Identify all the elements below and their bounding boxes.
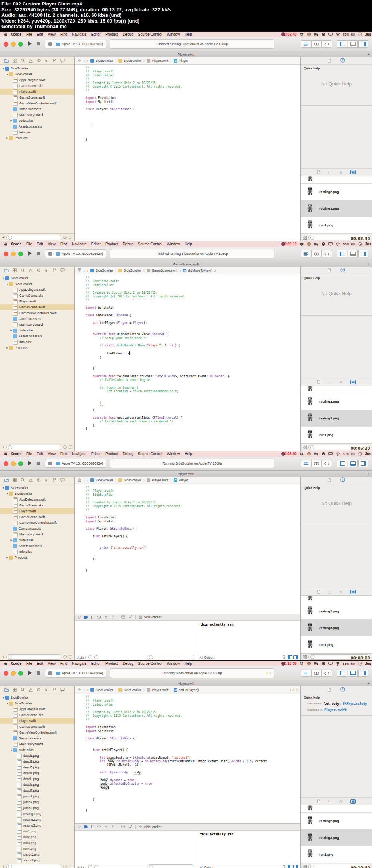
info-icon[interactable] (94, 655, 98, 659)
media-item-partial[interactable] (301, 176, 372, 184)
related-items-icon[interactable] (78, 268, 81, 273)
minimize-window-button[interactable] (11, 671, 16, 676)
file-tree-row[interactable]: ▶Products (0, 345, 74, 351)
menu-item-editor[interactable]: Editor (91, 662, 101, 666)
file-tree-row[interactable]: Main.storyboard (0, 112, 74, 118)
step-into-button[interactable] (105, 615, 108, 619)
menu-item-navigate[interactable]: Navigate (72, 242, 86, 246)
symbol-navigator-icon[interactable] (13, 57, 17, 64)
clear-console-button[interactable] (282, 655, 286, 660)
back-button[interactable]: ‹ (84, 59, 85, 63)
disclosure-open-icon[interactable]: ▼ (5, 283, 9, 285)
toggle-variables-view-button[interactable] (288, 655, 292, 659)
new-tab-button[interactable]: + (368, 472, 370, 476)
debug-navigator-icon[interactable] (45, 267, 49, 274)
file-tree-row[interactable]: ▼SideScroller (0, 275, 74, 281)
breakpoint-navigator-icon[interactable] (53, 477, 56, 483)
view-debugger-button[interactable] (121, 825, 125, 829)
active-tab-title[interactable]: GameScene.swift (173, 262, 199, 266)
stop-button[interactable] (37, 461, 40, 466)
toggle-utilities-button[interactable] (358, 670, 368, 677)
disclosure-closed-icon[interactable]: ▶ (9, 539, 13, 542)
menu-item-edit[interactable]: Edit (37, 242, 43, 246)
source-control-filter-icon[interactable] (69, 444, 72, 450)
back-button[interactable]: ‹ (84, 269, 85, 273)
file-tree-row[interactable]: Main.storyboard (0, 531, 74, 537)
code-editor[interactable]: //// Player.swift// SideScroller//// Cre… (75, 484, 300, 614)
object-library-icon[interactable]: ◎ (340, 170, 343, 174)
step-out-button[interactable] (111, 825, 114, 829)
file-tree-row[interactable]: ▼SideScroller (0, 491, 74, 497)
file-tree-row[interactable]: GameViewController.swift (0, 100, 74, 106)
navigator-filter-field[interactable] (6, 445, 61, 450)
media-item[interactable]: resting2.png (301, 603, 372, 620)
issue-navigator-icon[interactable] (29, 57, 33, 64)
breakpoint-navigator-icon[interactable] (53, 687, 56, 693)
file-tree-row[interactable]: AppDelegate.swift (0, 77, 74, 83)
add-file-button[interactable]: + (2, 864, 4, 868)
menu-item-navigate[interactable]: Navigate (72, 452, 86, 456)
disclosure-closed-icon[interactable]: ▶ (9, 329, 13, 332)
file-tree-row[interactable]: Info.plist (0, 129, 74, 135)
media-item[interactable]: resting2.png (301, 184, 372, 200)
clear-console-button[interactable] (282, 865, 286, 868)
previous-issue-button[interactable]: 〈 (290, 688, 291, 692)
disclosure-open-icon[interactable]: ▼ (5, 493, 9, 495)
find-navigator-icon[interactable] (21, 57, 25, 64)
object-library-icon[interactable]: ◎ (340, 590, 343, 594)
media-item[interactable]: run1.png (301, 846, 372, 863)
console-scope-selector[interactable]: All Output ↕ (200, 656, 216, 659)
file-tree-row[interactable]: Game.xcassets (0, 316, 74, 322)
run-button[interactable] (28, 461, 32, 466)
code-editor[interactable]: //// GameScene.swift// SideScroller//// … (75, 274, 300, 451)
scheme-selector[interactable]: ›Apple TV 10...6D0D62692A) (45, 459, 106, 468)
variables-filter-field[interactable] (147, 864, 194, 868)
breakpoint-navigator-icon[interactable] (53, 57, 56, 64)
toggle-debug-area-button[interactable] (348, 670, 358, 677)
minimize-window-button[interactable] (11, 461, 16, 466)
assistant-editor-button[interactable] (311, 670, 322, 677)
stop-button[interactable] (37, 671, 40, 675)
version-editor-button[interactable] (322, 460, 332, 467)
file-tree-row[interactable]: dead5.png (0, 776, 74, 782)
file-tree-row[interactable]: ▼SideScroller (0, 695, 74, 700)
menu-item-file[interactable]: File (26, 242, 32, 246)
grid-view-icon[interactable] (303, 234, 307, 241)
disclosure-open-icon[interactable]: ▼ (1, 696, 5, 699)
recent-files-filter-icon[interactable] (63, 654, 67, 660)
disclosure-closed-icon[interactable]: ▶ (5, 556, 9, 559)
file-tree-row[interactable]: dead6.png (0, 782, 74, 788)
breadcrumb-item[interactable]: Player.swift (147, 59, 169, 63)
assistant-editor-button[interactable] (311, 460, 322, 467)
file-tree-row[interactable]: jump2.png (0, 799, 74, 805)
file-tree-row[interactable]: jump3.png (0, 805, 74, 811)
project-navigator-icon[interactable] (4, 477, 9, 483)
menu-item-xcode[interactable]: Xcode (11, 662, 21, 666)
disclosure-open-icon[interactable]: ▼ (5, 73, 9, 76)
menu-item-edit[interactable]: Edit (37, 452, 43, 456)
file-tree-row[interactable]: ▼SideScroller (0, 485, 74, 491)
zoom-window-button[interactable] (18, 671, 23, 676)
file-inspector-icon[interactable] (328, 267, 331, 274)
show-only-icon[interactable] (88, 865, 92, 868)
recent-files-filter-icon[interactable] (63, 863, 67, 868)
breadcrumb-item[interactable]: CPlayer (174, 59, 188, 63)
menu-item-xcode[interactable]: Xcode (11, 452, 21, 456)
console-output[interactable]: this actually ran (197, 621, 300, 654)
step-into-button[interactable] (105, 825, 108, 829)
file-tree-row[interactable]: AppDelegate.swift (0, 706, 74, 712)
navigator-filter-field[interactable] (6, 235, 61, 240)
file-tree-row[interactable]: ▼SideScroller (0, 281, 74, 287)
file-tree-row[interactable]: ▶dude.atlas (0, 327, 74, 333)
assistant-editor-button[interactable] (311, 40, 322, 48)
menu-item-file[interactable]: File (26, 32, 32, 36)
menu-item-source-control[interactable]: Source Control (138, 452, 162, 456)
toggle-utilities-button[interactable] (358, 40, 368, 48)
menu-username[interactable]: Jus (365, 452, 371, 456)
media-item[interactable]: resting2.png (301, 813, 372, 829)
file-tree-row[interactable]: ▶Products (0, 135, 74, 141)
menu-item-file[interactable]: File (26, 662, 32, 666)
file-tree-row[interactable]: Assets.xcassets (0, 124, 74, 129)
file-tree-row[interactable]: dead3.png (0, 764, 74, 770)
close-window-button[interactable] (4, 671, 8, 676)
